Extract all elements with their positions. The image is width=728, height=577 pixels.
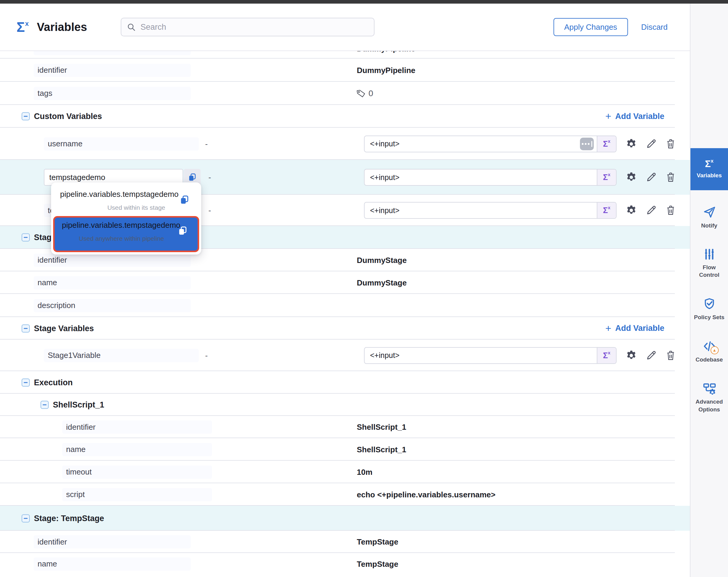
settings-gear-icon[interactable] [625,350,637,361]
table-row: script echo <+pipeline.variables.usernam… [0,483,690,506]
section-row-shellscript: ShellScript_1 [0,394,690,416]
variable-type-dash: - [208,173,211,182]
table-row: identifier DummyPipeline [0,58,690,82]
settings-gear-icon[interactable] [625,171,637,183]
sidebar-item-flow-control[interactable]: Flow Control [693,248,726,279]
variable-type-dash: - [205,351,208,360]
variable-name-box[interactable]: username [44,137,199,151]
window-top-bar [0,0,728,4]
row-value: TempStage [357,537,398,547]
delete-trash-icon[interactable] [665,172,676,183]
variable-type-dash: - [205,139,208,148]
table-row: tags 0 [0,82,690,105]
section-title: Custom Variables [34,112,102,121]
copy-icon [187,173,197,182]
row-label-box: tags [34,87,191,100]
collapse-icon[interactable] [22,514,30,522]
expression-toggle-button[interactable]: Σx [597,136,616,152]
table-row: name DummyStage [0,271,690,294]
search-input[interactable] [140,22,368,32]
sidebar-item-notify[interactable]: Notify [693,205,726,230]
variable-value-input[interactable]: <+input> Σx [364,347,617,364]
sidebar-item-advanced-options[interactable]: Advanced Options [693,381,726,413]
row-label-box: identifier [34,254,191,267]
row-label-box: name [34,276,191,290]
row-label-box: name [34,557,191,571]
sidebar-item-codebase[interactable]: ▲ Codebase [693,339,726,363]
discard-button[interactable]: Discard [641,23,668,32]
delete-trash-icon[interactable] [665,350,676,361]
sliders-icon [703,248,716,261]
add-variable-button[interactable]: + Add Variable [605,323,664,333]
overflow-dots-badge[interactable] [580,137,594,150]
tag-icon [355,88,366,99]
delete-trash-icon[interactable] [665,138,676,150]
table-row-clipped: DummyPipeline [0,51,690,58]
variable-name-box[interactable]: Stage1Variable [44,349,199,362]
section-title: Stage Variables [34,324,94,333]
shield-check-icon [702,297,716,311]
row-value: DummyStage [357,255,407,265]
expression-toggle-button[interactable]: Σx [597,203,616,218]
delete-trash-icon[interactable] [665,205,676,216]
section-title: Stage: TempStage [34,513,104,523]
copy-icon[interactable] [179,195,190,206]
variables-panel: Σx Variables Apply Changes Discard Dummy… [0,0,728,577]
section-title: ShellScript_1 [53,400,104,410]
row-value: ShellScript_1 [357,423,406,432]
table-row: name ShellScript_1 [0,438,690,461]
variables-table: DummyPipeline identifier DummyPipeline t… [0,51,690,575]
table-row: description [0,294,690,317]
search-icon [127,23,136,31]
warning-icon: ▲ [710,346,719,354]
sidebar-item-variables[interactable]: Σx Variables [691,148,728,190]
expression-toggle-button[interactable]: Σx [597,170,616,185]
dropdown-option-stage-scope[interactable]: pipeline.variables.tempstagedemo Used wi… [51,185,201,216]
flowchart-gear-icon [702,381,716,395]
collapse-icon[interactable] [41,401,49,409]
row-value: echo <+pipeline.variables.username> [357,490,496,499]
add-variable-button[interactable]: + Add Variable [605,111,664,121]
edit-pencil-icon[interactable] [645,171,657,183]
edit-pencil-icon[interactable] [645,138,657,150]
section-title: Execution [34,378,73,387]
collapse-icon[interactable] [22,233,30,242]
row-value: DummyPipeline [357,51,415,53]
row-value: ShellScript_1 [357,445,406,454]
section-row-execution: Execution [0,371,690,394]
row-label-box: script [62,488,212,501]
collapse-icon[interactable] [22,112,30,121]
apply-changes-button[interactable]: Apply Changes [553,18,628,36]
copy-icon[interactable] [177,225,188,237]
settings-gear-icon[interactable] [625,204,637,216]
right-rail: Σx Variables Notify Flow Control Policy … [690,4,728,577]
paper-plane-icon [702,205,716,219]
settings-gear-icon[interactable] [625,138,637,150]
collapse-icon[interactable] [22,324,30,332]
plus-icon: + [605,323,612,333]
edit-pencil-icon[interactable] [645,350,657,361]
row-label-box [34,51,191,55]
table-row: name TempStage [0,553,690,575]
variable-value-input[interactable]: <+input> Σx [364,169,617,186]
variable-value-input[interactable]: <+input> Σx [364,135,617,152]
row-label-box: identifier [34,535,191,548]
edit-pencil-icon[interactable] [645,204,657,216]
section-row-custom-variables: Custom Variables + Add Variable [0,105,690,128]
dropdown-option-pipeline-scope-selected[interactable]: pipeline.variables.tempstagedemo Used an… [53,216,199,252]
search-box[interactable] [121,18,374,36]
collapse-icon[interactable] [22,378,30,386]
sidebar-item-policy-sets[interactable]: Policy Sets [693,297,726,321]
variable-type-dash: - [208,206,211,215]
table-row: identifier ShellScript_1 [0,416,690,438]
section-row-stage-variables: Stage Variables + Add Variable [0,317,690,340]
table-row: identifier TempStage [0,531,690,553]
row-value: 10m [357,467,372,477]
row-value: DummyPipeline [357,66,415,75]
row-label-box: name [62,443,212,456]
panel-header: Σx Variables Apply Changes Discard [0,4,690,51]
expression-toggle-button[interactable]: Σx [597,348,616,363]
variable-value-input[interactable]: <+input> Σx [364,202,617,219]
row-label-box: description [34,299,191,312]
row-value: TempStage [357,559,398,569]
